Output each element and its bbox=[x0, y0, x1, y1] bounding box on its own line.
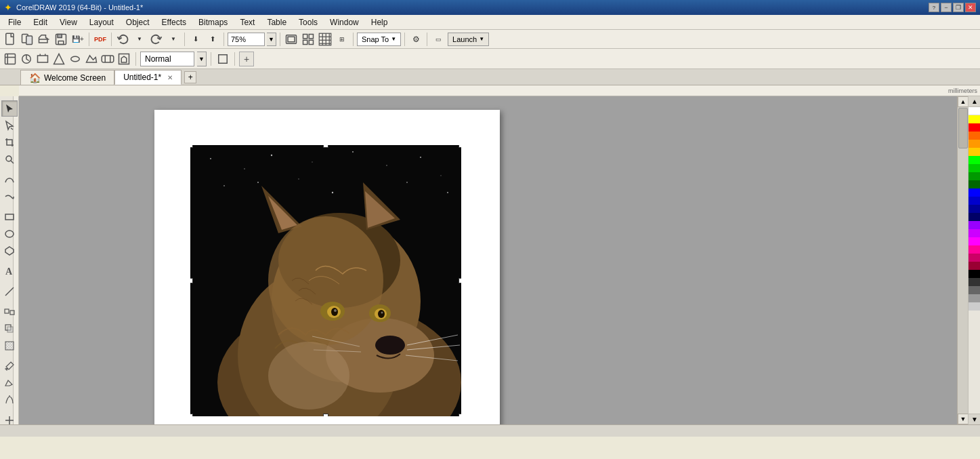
polygon-tool-btn[interactable] bbox=[1, 243, 18, 259]
prop-icon-8[interactable] bbox=[116, 52, 131, 66]
view-frames-btn[interactable]: ▭ bbox=[431, 32, 446, 47]
scroll-track[interactable] bbox=[958, 107, 968, 414]
eraser-btn[interactable] bbox=[1, 375, 18, 391]
swatch-blue[interactable] bbox=[968, 188, 980, 197]
vertical-scrollbar[interactable]: ▲ ▼ bbox=[957, 96, 968, 424]
swatch-crimson[interactable] bbox=[968, 254, 980, 262]
menu-bitmaps[interactable]: Bitmaps bbox=[193, 16, 233, 28]
blend-tool-btn[interactable] bbox=[1, 304, 18, 320]
tab-add-btn[interactable]: + bbox=[184, 71, 196, 83]
menu-effects[interactable]: Effects bbox=[156, 16, 192, 28]
handle-tl[interactable] bbox=[190, 145, 193, 148]
menu-tools[interactable]: Tools bbox=[293, 16, 323, 28]
smart-drawing-btn[interactable] bbox=[1, 392, 18, 408]
freehand-pick-btn[interactable] bbox=[1, 117, 18, 134]
swatch-white[interactable] bbox=[968, 107, 980, 115]
swatch-forest[interactable] bbox=[968, 180, 980, 188]
swatch-navy[interactable] bbox=[968, 213, 980, 221]
normal-dropdown-arrow[interactable]: ▼ bbox=[197, 52, 207, 66]
menu-text[interactable]: Text bbox=[234, 16, 260, 28]
restore-button[interactable]: ❐ bbox=[953, 3, 964, 12]
undo-arrow[interactable]: ▼ bbox=[132, 32, 147, 47]
options-btn[interactable]: ⚙ bbox=[408, 32, 423, 47]
handle-br[interactable] bbox=[459, 414, 461, 416]
swatch-maroon[interactable] bbox=[968, 262, 980, 270]
prop-add-btn[interactable]: + bbox=[239, 52, 254, 66]
line-tool-btn[interactable] bbox=[1, 283, 18, 300]
handle-tr[interactable] bbox=[459, 145, 461, 148]
handle-ml[interactable] bbox=[190, 278, 193, 283]
menu-window[interactable]: Window bbox=[324, 16, 364, 28]
swatch-red[interactable] bbox=[968, 123, 980, 132]
handle-bl[interactable] bbox=[190, 414, 193, 416]
swatch-green[interactable] bbox=[968, 164, 980, 172]
tab-close-btn[interactable]: ✕ bbox=[167, 74, 173, 81]
ellipse-tool-btn[interactable] bbox=[1, 226, 18, 242]
prop-icon-1[interactable] bbox=[3, 52, 18, 66]
selection-tool-btn[interactable] bbox=[1, 100, 18, 117]
open-btn[interactable] bbox=[37, 32, 51, 47]
connector-btn[interactable] bbox=[1, 412, 18, 428]
menu-layout[interactable]: Layout bbox=[84, 16, 119, 28]
menu-object[interactable]: Object bbox=[121, 16, 155, 28]
rect-tool-btn[interactable] bbox=[1, 209, 18, 225]
zoom-input[interactable]: 75% bbox=[228, 33, 265, 46]
view-mode-btn[interactable] bbox=[301, 32, 316, 47]
handle-bm[interactable] bbox=[323, 414, 328, 416]
menu-table[interactable]: Table bbox=[261, 16, 292, 28]
image-object[interactable] bbox=[190, 145, 461, 416]
prop-icon-4[interactable] bbox=[51, 52, 66, 66]
swatch-amber[interactable] bbox=[968, 140, 980, 148]
swatch-lime[interactable] bbox=[968, 156, 980, 164]
swatch-orange[interactable] bbox=[968, 132, 980, 140]
text-tool-btn[interactable]: A bbox=[1, 263, 18, 279]
swatch-light-gray[interactable] bbox=[968, 294, 980, 302]
handle-tm[interactable] bbox=[323, 145, 328, 148]
color-palette[interactable]: ▲ ▼ bbox=[968, 96, 980, 424]
scroll-down-btn[interactable]: ▼ bbox=[958, 414, 968, 424]
prop-icon-7[interactable] bbox=[100, 52, 115, 66]
normal-dropdown[interactable]: Normal bbox=[140, 52, 194, 66]
minimize-button[interactable]: − bbox=[941, 3, 952, 12]
scroll-thumb[interactable] bbox=[958, 108, 968, 148]
crop-tool-btn[interactable] bbox=[1, 134, 18, 151]
menu-file[interactable]: File bbox=[3, 16, 26, 28]
prop-icon-3[interactable] bbox=[35, 52, 50, 66]
swatch-pink[interactable] bbox=[968, 245, 980, 254]
new-btn[interactable] bbox=[3, 32, 18, 47]
close-button[interactable]: ✕ bbox=[965, 3, 976, 12]
swatch-black[interactable] bbox=[968, 270, 980, 278]
import-btn[interactable]: ⬇ bbox=[188, 32, 203, 47]
swatch-silver[interactable] bbox=[968, 302, 980, 311]
zoom-tool-btn[interactable] bbox=[1, 151, 18, 167]
help-button[interactable]: ? bbox=[929, 3, 939, 12]
swatch-violet[interactable] bbox=[968, 229, 980, 237]
handle-mr[interactable] bbox=[459, 278, 461, 283]
tab-untitled[interactable]: Untitled-1* ✕ bbox=[114, 70, 182, 85]
redo-arrow[interactable]: ▼ bbox=[166, 32, 181, 47]
swatch-dark-gray[interactable] bbox=[968, 278, 980, 286]
align-btn[interactable]: ⊞ bbox=[335, 32, 349, 47]
transparency-btn[interactable] bbox=[1, 338, 18, 354]
save-btn[interactable] bbox=[54, 32, 68, 47]
swatch-dark-blue[interactable] bbox=[968, 205, 980, 213]
swatch-gold[interactable] bbox=[968, 148, 980, 156]
redo-btn[interactable] bbox=[149, 32, 164, 47]
swatch-purple[interactable] bbox=[968, 221, 980, 229]
palette-scroll-up[interactable]: ▲ bbox=[968, 96, 980, 107]
prop-square-icon[interactable] bbox=[215, 52, 230, 66]
grid-btn[interactable] bbox=[318, 32, 333, 47]
swatch-magenta[interactable] bbox=[968, 237, 980, 245]
canvas-area[interactable]: ◄ 1 ► bbox=[19, 96, 957, 424]
snap-to-btn[interactable]: Snap To ▼ bbox=[357, 33, 401, 46]
menu-help[interactable]: Help bbox=[366, 16, 393, 28]
curve-tool-btn[interactable] bbox=[1, 172, 18, 188]
title-bar-controls[interactable]: ? − ❐ ✕ bbox=[929, 3, 976, 12]
publish-pdf-btn[interactable]: PDF bbox=[93, 32, 108, 47]
swatch-dark-green[interactable] bbox=[968, 172, 980, 180]
swatch-medium-blue[interactable] bbox=[968, 197, 980, 205]
save-as-btn[interactable]: 💾+ bbox=[70, 32, 85, 47]
shadow-tool-btn[interactable] bbox=[1, 321, 18, 337]
menu-view[interactable]: View bbox=[54, 16, 83, 28]
tab-welcome[interactable]: 🏠 Welcome Screen bbox=[20, 70, 114, 85]
